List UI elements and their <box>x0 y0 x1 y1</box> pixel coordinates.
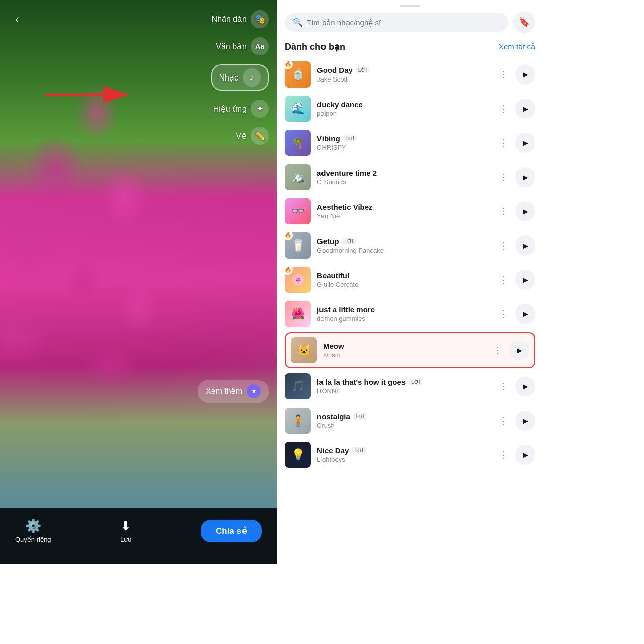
song-artist: Lightboys <box>317 456 489 463</box>
song-play-button[interactable]: ▶ <box>515 133 535 153</box>
song-more-button[interactable]: ⋮ <box>495 272 511 288</box>
save-button[interactable]: ⬇ Lưu <box>120 518 131 543</box>
privacy-label: Quyền riêng <box>15 536 51 543</box>
song-more-button[interactable]: ⋮ <box>495 306 511 322</box>
toolbar-nhac[interactable]: Nhạc ♪ <box>211 64 269 91</box>
lyrics-badge: LỜI <box>342 238 355 245</box>
search-input[interactable] <box>307 18 500 27</box>
song-more-button[interactable]: ⋮ <box>495 101 511 117</box>
song-more-button[interactable]: ⋮ <box>495 378 511 394</box>
song-play-button[interactable]: ▶ <box>515 64 535 85</box>
van-ban-label: Văn bản <box>216 42 247 51</box>
song-info-adventure-time-2: adventure time 2 G Sounds <box>317 169 489 186</box>
song-info-nostalgia: nostalgia LỜI Crush <box>317 412 489 429</box>
song-info-vibing: Vibing LỜI CHRISPY <box>317 134 489 151</box>
song-actions: ⋮ ▶ <box>495 201 535 221</box>
search-icon: 🔍 <box>293 18 303 27</box>
song-name: Getup <box>317 237 339 246</box>
song-play-button[interactable]: ▶ <box>515 201 535 221</box>
song-item-beautiful[interactable]: 🔥 🌸 Beautiful Giulio Cercato ⋮ ▶ <box>285 263 535 297</box>
song-title-wrap: Vibing LỜI <box>317 134 489 143</box>
search-bar: 🔍 🔖 <box>277 11 543 39</box>
song-item-la-la-la[interactable]: 🎵 la la la that's how it goes LỜI HONNE … <box>285 369 535 404</box>
see-all-button[interactable]: Xem tất cả <box>499 42 535 51</box>
song-actions: ⋮ ▶ <box>495 64 535 85</box>
song-play-button[interactable]: ▶ <box>515 270 535 290</box>
bookmark-button[interactable]: 🔖 <box>513 11 535 33</box>
lyrics-badge: LỜI <box>343 135 357 142</box>
song-title-wrap: Meow <box>323 342 483 350</box>
song-title-wrap: Beautiful <box>317 271 489 280</box>
song-more-button[interactable]: ⋮ <box>495 237 511 254</box>
song-item-aesthetic-vibez[interactable]: 👓 Aesthetic Vibez Yan Niê ⋮ ▶ <box>285 194 535 228</box>
song-more-button[interactable]: ⋮ <box>495 203 511 219</box>
song-artist: paipon <box>317 110 489 117</box>
section-header: Dành cho bạn Xem tất cả <box>277 39 543 57</box>
right-panel: 🔍 🔖 Dành cho bạn Xem tất cả 🔥 🍵 Good Day… <box>277 0 543 564</box>
song-artist: Crush <box>317 422 489 429</box>
song-artist: demon gummies <box>317 315 489 323</box>
thumb-emoji: 🌸 <box>291 273 305 286</box>
song-title-wrap: just a little more <box>317 305 489 314</box>
song-thumb-aesthetic-vibez: 👓 <box>285 198 311 224</box>
song-item-good-day[interactable]: 🔥 🍵 Good Day LỜI Jake Scott ⋮ ▶ <box>285 57 535 92</box>
song-title-wrap: Aesthetic Vibez <box>317 203 489 211</box>
song-list: 🔥 🍵 Good Day LỜI Jake Scott ⋮ ▶ 🌊 ducky … <box>277 57 543 564</box>
thumb-emoji: 🍵 <box>291 68 305 81</box>
privacy-button[interactable]: ⚙️ Quyền riêng <box>15 518 51 543</box>
van-ban-icon: Aa <box>251 37 269 55</box>
toolbar-ve[interactable]: Vẽ ✏️ <box>236 127 269 145</box>
song-name: nostalgia <box>317 412 350 421</box>
song-more-button[interactable]: ⋮ <box>489 342 505 358</box>
song-title-wrap: Nice Day LỜI <box>317 446 489 455</box>
song-title-wrap: Getup LỜI <box>317 237 489 246</box>
nhac-label: Nhạc <box>219 73 238 83</box>
song-play-button[interactable]: ▶ <box>515 411 535 431</box>
toolbar-hieu-ung[interactable]: Hiệu ứng ✦ <box>213 100 269 118</box>
lyrics-badge: LỜI <box>356 67 369 73</box>
song-info-aesthetic-vibez: Aesthetic Vibez Yan Niê <box>317 203 489 220</box>
song-item-nice-day[interactable]: 💡 Nice Day LỜI Lightboys ⋮ ▶ <box>285 438 535 472</box>
song-artist: Ivusm <box>323 351 483 359</box>
thumb-emoji: 🥛 <box>291 239 305 252</box>
song-play-button[interactable]: ▶ <box>515 235 535 256</box>
lyrics-badge: LỜI <box>352 447 365 454</box>
song-item-ducky-dance[interactable]: 🌊 ducky dance paipon ⋮ ▶ <box>285 92 535 126</box>
song-title-wrap: la la la that's how it goes LỜI <box>317 378 489 386</box>
song-item-meow[interactable]: 🐱 Meow Ivusm ⋮ ▶ <box>285 332 535 368</box>
song-info-la-la-la: la la la that's how it goes LỜI HONNE <box>317 378 489 395</box>
song-name: Nice Day <box>317 446 349 455</box>
song-play-button[interactable]: ▶ <box>509 340 529 360</box>
search-input-wrap[interactable]: 🔍 <box>285 13 508 32</box>
share-button[interactable]: Chia sẻ <box>201 520 262 542</box>
song-info-beautiful: Beautiful Giulio Cercato <box>317 271 489 288</box>
song-name: Vibing <box>317 134 340 143</box>
song-thumb-beautiful: 🔥 🌸 <box>285 267 311 293</box>
song-more-button[interactable]: ⋮ <box>495 413 511 429</box>
song-item-nostalgia[interactable]: 🧍 nostalgia LỜI Crush ⋮ ▶ <box>285 404 535 438</box>
song-item-getup[interactable]: 🔥 🥛 Getup LỜI Goodmorning Pancake ⋮ ▶ <box>285 228 535 263</box>
red-arrow <box>40 85 141 105</box>
song-play-button[interactable]: ▶ <box>515 99 535 119</box>
song-more-button[interactable]: ⋮ <box>495 135 511 151</box>
song-thumb-just-a-little-more: 🌺 <box>285 301 311 327</box>
song-item-just-a-little-more[interactable]: 🌺 just a little more demon gummies ⋮ ▶ <box>285 297 535 331</box>
bookmark-icon: 🔖 <box>519 17 530 28</box>
toolbar-nhan-dan[interactable]: Nhãn dán 🎭 <box>212 10 269 28</box>
xem-them-button[interactable]: Xem thêm ▾ <box>198 380 269 403</box>
song-item-adventure-time-2[interactable]: 🏔️ adventure time 2 G Sounds ⋮ ▶ <box>285 160 535 194</box>
drag-handle <box>400 5 420 7</box>
thumb-emoji: 💡 <box>291 448 305 461</box>
toolbar-van-ban[interactable]: Văn bản Aa <box>216 37 269 55</box>
nhan-dan-label: Nhãn dán <box>212 15 247 24</box>
song-play-button[interactable]: ▶ <box>515 376 535 396</box>
song-more-button[interactable]: ⋮ <box>495 447 511 463</box>
song-play-button[interactable]: ▶ <box>515 167 535 187</box>
song-play-button[interactable]: ▶ <box>515 445 535 465</box>
song-more-button[interactable]: ⋮ <box>495 66 511 83</box>
song-info-good-day: Good Day LỜI Jake Scott <box>317 66 489 83</box>
thumb-emoji: 🧍 <box>291 414 305 427</box>
song-item-vibing[interactable]: 🌴 Vibing LỜI CHRISPY ⋮ ▶ <box>285 126 535 160</box>
song-more-button[interactable]: ⋮ <box>495 169 511 185</box>
song-play-button[interactable]: ▶ <box>515 304 535 324</box>
